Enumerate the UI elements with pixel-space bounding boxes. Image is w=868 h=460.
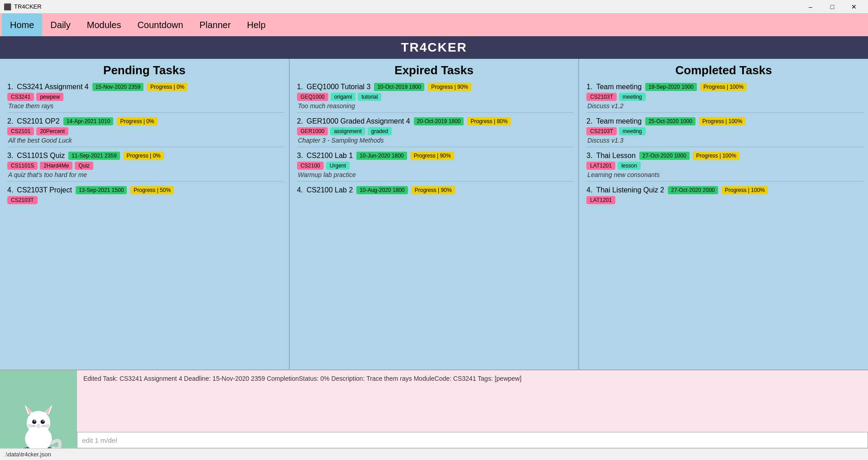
task-item: 1.Team meeting19-Sep-2020 1000Progress |… <box>586 83 863 113</box>
deadline-badge: 10-Jun-2020 1800 <box>356 152 407 160</box>
task-number: 4. <box>586 186 592 194</box>
column-scroll-pending[interactable]: 1.CS3241 Assignment 415-Nov-2020 2359Pro… <box>0 81 289 369</box>
task-name: CS2100 Lab 1 <box>307 152 353 160</box>
column-header-expired: Expired Tasks <box>290 59 579 81</box>
menu-item-modules[interactable]: Modules <box>79 14 129 36</box>
task-header-row: 3.CS2100 Lab 110-Jun-2020 1800Progress |… <box>297 152 574 160</box>
tag: LAT1201 <box>586 196 615 204</box>
task-header-row: 4.CS2103T Project13-Sep-2021 1500Progres… <box>7 186 284 194</box>
task-tags: CS3241pewpew <box>7 93 284 101</box>
task-item: 3.CS2100 Lab 110-Jun-2020 1800Progress |… <box>297 152 574 182</box>
task-desc: Chapter 3 - Sampling Methods <box>298 137 574 144</box>
tag: GEQ1000 <box>297 93 328 101</box>
menu-bar: HomeDailyModulesCountdownPlannerHelp <box>0 14 868 36</box>
task-divider <box>7 112 284 113</box>
tag: Urgent <box>326 162 350 170</box>
task-name: CS3241 Assignment 4 <box>17 83 88 91</box>
task-divider <box>297 181 574 182</box>
tag: meeting <box>619 127 646 135</box>
tag: assignment <box>330 127 365 135</box>
progress-badge: Progress | 100% <box>722 186 768 194</box>
tag: Quiz <box>75 162 93 170</box>
task-divider <box>7 147 284 147</box>
title-bar-controls: – □ ✕ <box>800 0 864 14</box>
task-name: GEQ1000 Tutorial 3 <box>307 83 370 91</box>
task-divider <box>586 181 863 182</box>
task-header-row: 4.Thai Listening Quiz 227-Oct-2020 2000P… <box>586 186 863 194</box>
column-scroll-expired[interactable]: 1.GEQ1000 Tutorial 310-Oct-2019 1800Prog… <box>290 81 579 369</box>
task-desc: Learning new consonants <box>587 171 863 178</box>
task-tags: LAT1201 <box>586 196 863 204</box>
minimize-button[interactable]: – <box>800 0 821 14</box>
task-name: GER1000 Graded Assignment 4 <box>307 117 410 125</box>
task-divider <box>297 147 574 147</box>
status-text: .\data\tr4cker.json <box>5 451 51 458</box>
task-divider <box>297 112 574 113</box>
deadline-badge: 19-Sep-2020 1000 <box>645 83 696 91</box>
task-number: 4. <box>7 186 13 194</box>
menu-item-home[interactable]: Home <box>2 14 42 36</box>
task-tags: CS210120Percent <box>7 127 284 135</box>
column-pending: Pending Tasks1.CS3241 Assignment 415-Nov… <box>0 59 290 369</box>
app-title: TR4CKER <box>401 40 467 55</box>
tag: CS2103T <box>586 127 617 135</box>
task-number: 3. <box>7 152 13 160</box>
progress-badge: Progress | 0% <box>124 152 164 160</box>
tag: pewpew <box>36 93 63 101</box>
tag: CS1101S <box>7 162 38 170</box>
menu-item-countdown[interactable]: Countdown <box>129 14 191 36</box>
menu-item-help[interactable]: Help <box>239 14 274 36</box>
tag: meeting <box>619 93 646 101</box>
task-divider <box>586 112 863 113</box>
tag: 20Percent <box>36 127 68 135</box>
menu-item-daily[interactable]: Daily <box>42 14 78 36</box>
task-desc: Trace them rays <box>8 102 284 110</box>
task-divider <box>586 147 863 147</box>
tag: 2Hard4Me <box>40 162 72 170</box>
progress-badge: Progress | 80% <box>467 117 511 125</box>
column-header-pending: Pending Tasks <box>0 59 289 81</box>
task-desc: Discuss v1.2 <box>587 102 863 110</box>
task-item: 4.Thai Listening Quiz 227-Oct-2020 2000P… <box>586 186 863 204</box>
deadline-badge: 27-Oct-2020 1000 <box>639 152 690 160</box>
task-item: 4.CS2100 Lab 210-Aug-2020 1800Progress |… <box>297 186 574 194</box>
progress-badge: Progress | 0% <box>147 83 187 91</box>
task-name: CS1101S Quiz <box>17 152 65 160</box>
progress-badge: Progress | 100% <box>693 152 740 160</box>
task-name: CS2101 OP2 <box>17 117 59 125</box>
svg-point-10 <box>43 420 44 422</box>
task-number: 2. <box>586 117 592 125</box>
task-desc: Warmup lab practice <box>298 171 574 178</box>
maximize-button[interactable]: □ <box>822 0 843 14</box>
task-desc: All the best Good Luck <box>8 137 284 144</box>
task-number: 4. <box>297 186 303 194</box>
tag: GER1000 <box>297 127 328 135</box>
task-tags: CS2103Tmeeting <box>586 93 863 101</box>
task-item: 2.GER1000 Graded Assignment 420-Oct-2019… <box>297 117 574 147</box>
progress-badge: Progress | 90% <box>412 186 455 194</box>
task-desc: A quiz that's too hard for me <box>8 171 284 178</box>
task-item: 3.CS1101S Quiz11-Sep-2021 2359Progress |… <box>7 152 284 182</box>
main-content: Pending Tasks1.CS3241 Assignment 415-Nov… <box>0 59 868 369</box>
task-item: 1.CS3241 Assignment 415-Nov-2020 2359Pro… <box>7 83 284 113</box>
task-item: 4.CS2103T Project13-Sep-2021 1500Progres… <box>7 186 284 204</box>
mascot-area <box>0 370 77 460</box>
task-tags: LAT1201lesson <box>586 162 863 170</box>
task-item: 1.GEQ1000 Tutorial 310-Oct-2019 1800Prog… <box>297 83 574 113</box>
deadline-badge: 27-Oct-2020 2000 <box>668 186 718 194</box>
task-header-row: 1.Team meeting19-Sep-2020 1000Progress |… <box>586 83 863 91</box>
progress-badge: Progress | 100% <box>699 117 746 125</box>
task-number: 1. <box>586 83 592 91</box>
task-desc: Too much reasoning <box>298 102 574 110</box>
tag: LAT1201 <box>586 162 615 170</box>
task-header-row: 4.CS2100 Lab 210-Aug-2020 1800Progress |… <box>297 186 574 194</box>
column-scroll-completed[interactable]: 1.Team meeting19-Sep-2020 1000Progress |… <box>579 81 868 369</box>
tag: origami <box>331 93 355 101</box>
deadline-badge: 10-Aug-2020 1800 <box>356 186 408 194</box>
task-header-row: 3.CS1101S Quiz11-Sep-2021 2359Progress |… <box>7 152 284 160</box>
task-name: Team meeting <box>596 83 642 91</box>
column-header-completed: Completed Tasks <box>579 59 868 81</box>
tag: CS2101 <box>7 127 34 135</box>
menu-item-planner[interactable]: Planner <box>192 14 239 36</box>
close-button[interactable]: ✕ <box>844 0 864 14</box>
